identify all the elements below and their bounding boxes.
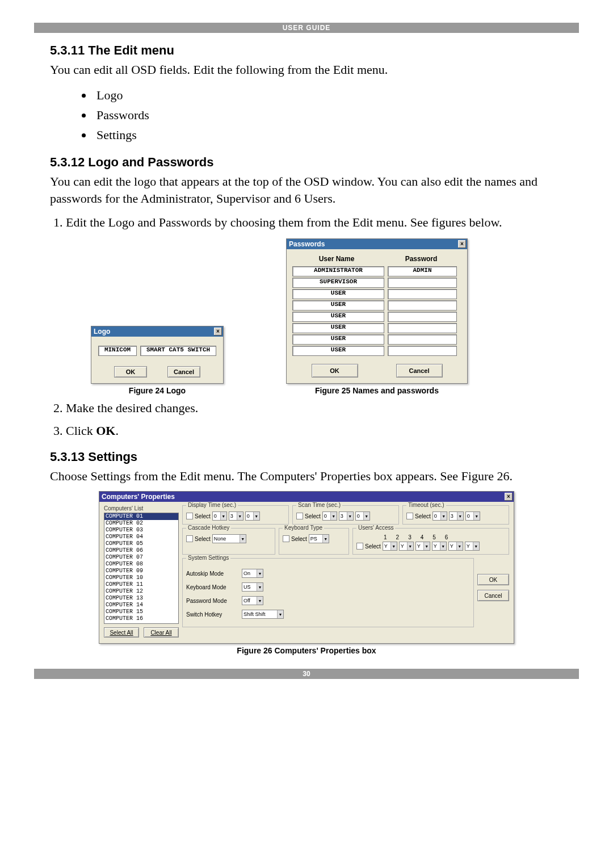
timeout-sel2[interactable]: 3▼ (449, 511, 464, 521)
ua-sel-1[interactable]: Y▼ (383, 542, 397, 551)
ua-sel-4[interactable]: Y▼ (432, 542, 447, 551)
timeout-checkbox[interactable] (406, 513, 413, 519)
autoskip-label: Autoskip Mode (186, 571, 237, 577)
list-item[interactable]: COMPUTER 13 (104, 595, 178, 602)
list-item[interactable]: COMPUTER 12 (104, 588, 178, 595)
list-item[interactable]: COMPUTER 14 (104, 602, 178, 609)
password-field[interactable] (388, 278, 457, 288)
chevron-down-icon: ▼ (407, 542, 413, 550)
ua-sel-3[interactable]: Y▼ (415, 542, 430, 551)
header-title: USER GUIDE (283, 24, 331, 32)
display-time-sel1[interactable]: 0▼ (212, 511, 227, 521)
list-item[interactable]: COMPUTER 07 (104, 554, 178, 561)
display-time-legend: Display Time (sec.) (186, 502, 238, 508)
switch-hotkey-select[interactable]: Shift Shift▼ (242, 610, 284, 619)
password-field[interactable] (388, 312, 457, 322)
col-password: Password (381, 255, 461, 263)
chevron-down-icon: ▼ (257, 569, 263, 577)
scan-time-checkbox[interactable] (296, 513, 303, 519)
users-access-checkbox[interactable] (356, 543, 363, 550)
list-item[interactable]: COMPUTER 16 (104, 615, 178, 622)
display-time-sel2[interactable]: 3▼ (229, 511, 243, 521)
computers-properties-dialog: Computers' Properties × Computers' List … (99, 491, 514, 644)
keyboard-mode-select[interactable]: US▼ (242, 582, 263, 592)
scan-time-sel2[interactable]: 3▼ (339, 511, 354, 521)
computers-list[interactable]: COMPUTER 01 COMPUTER 02 COMPUTER 03 COMP… (104, 513, 179, 624)
close-icon[interactable]: × (214, 328, 222, 336)
bullet-logo: Logo (93, 85, 563, 105)
ua-sel-6[interactable]: Y▼ (465, 542, 480, 551)
passwords-dialog: Passwords × User Name Password ADMINISTR… (286, 238, 468, 384)
password-field[interactable] (388, 300, 457, 311)
list-item[interactable]: COMPUTER 10 (104, 575, 178, 581)
password-field[interactable]: ADMIN (388, 266, 457, 276)
user-name-field[interactable]: SUPERVISOR (292, 278, 384, 288)
timeout-sel1[interactable]: 0▼ (433, 511, 447, 521)
scan-time-sel3[interactable]: 0▼ (355, 511, 370, 521)
computers-list-label: Computers' List (104, 505, 179, 511)
user-name-field[interactable]: USER (292, 312, 384, 322)
scan-time-sel1[interactable]: 0▼ (322, 511, 337, 521)
password-field[interactable] (388, 323, 457, 333)
list-item[interactable]: COMPUTER 02 (104, 520, 178, 527)
ua-num: 3 (408, 534, 412, 540)
ua-num: 2 (396, 534, 400, 540)
password-field[interactable] (388, 289, 457, 299)
keyboard-type-checkbox[interactable] (283, 535, 289, 542)
chevron-down-icon: ▼ (473, 512, 480, 520)
clear-all-button[interactable]: Clear All (144, 627, 179, 638)
passwords-ok-button[interactable]: OK (312, 364, 358, 378)
list-item[interactable]: COMPUTER 06 (104, 547, 178, 554)
select-all-button[interactable]: Select All (104, 627, 139, 638)
figure-26-caption: Figure 26 Computers' Properties box (237, 646, 376, 655)
close-icon[interactable]: × (458, 240, 466, 248)
list-item[interactable]: COMPUTER 08 (104, 561, 178, 568)
list-item[interactable]: COMPUTER 09 (104, 568, 178, 575)
figure-24-caption: Figure 24 Logo (91, 386, 224, 395)
display-time-sel3[interactable]: 0▼ (245, 511, 260, 521)
keyboard-type-select[interactable]: PS▼ (309, 534, 329, 543)
user-name-field[interactable]: USER (292, 334, 384, 345)
list-item[interactable]: COMPUTER 05 (104, 540, 178, 547)
user-name-field[interactable]: USER (292, 323, 384, 333)
settings-ok-button[interactable]: OK (477, 574, 509, 585)
close-icon[interactable]: × (505, 493, 513, 501)
logo-cancel-button[interactable]: Cancel (167, 366, 200, 378)
settings-cancel-button[interactable]: Cancel (477, 590, 509, 601)
keyboard-type-legend: Keyboard Type (283, 525, 324, 531)
list-item[interactable]: COMPUTER 04 (104, 534, 178, 540)
cascade-select[interactable]: None▼ (212, 534, 246, 543)
step-2: Make the desired changes. (66, 400, 563, 417)
ua-sel-5[interactable]: Y▼ (448, 542, 463, 551)
cascade-checkbox[interactable] (186, 535, 193, 542)
section3-intro: Choose Settings from the Edit menu. The … (50, 468, 563, 485)
password-field[interactable] (388, 334, 457, 345)
list-item[interactable]: COMPUTER 03 (104, 527, 178, 534)
logo-field-1[interactable]: MINICOM (98, 346, 137, 356)
heading-5-3-11: 5.3.11 The Edit menu (50, 43, 563, 58)
col-username: User Name (292, 255, 381, 263)
user-name-field[interactable]: ADMINISTRATOR (292, 266, 384, 276)
chevron-down-icon: ▼ (456, 542, 463, 550)
logo-ok-button[interactable]: OK (114, 366, 147, 378)
password-field[interactable] (388, 346, 457, 356)
logo-dialog-title: Logo (94, 328, 110, 336)
user-name-field[interactable]: USER (292, 346, 384, 356)
step-1: Edit the Logo and Passwords by choosing … (66, 214, 563, 231)
ua-sel-2[interactable]: Y▼ (399, 542, 414, 551)
user-name-field[interactable]: USER (292, 289, 384, 299)
chevron-down-icon: ▼ (240, 535, 246, 543)
footer-bar: 30 (34, 669, 579, 679)
display-time-checkbox[interactable] (186, 513, 193, 519)
password-mode-select[interactable]: Off▼ (242, 596, 263, 605)
list-item[interactable]: COMPUTER 01 (104, 513, 178, 520)
user-name-field[interactable]: USER (292, 300, 384, 311)
list-item[interactable]: COMPUTER 15 (104, 609, 178, 615)
figure-25-caption: Figure 25 Names and passwords (286, 386, 468, 395)
autoskip-select[interactable]: On▼ (242, 569, 263, 578)
timeout-sel3[interactable]: 0▼ (465, 511, 480, 521)
chevron-down-icon: ▼ (457, 512, 463, 520)
list-item[interactable]: COMPUTER 11 (104, 581, 178, 588)
logo-field-2[interactable]: SMART CAT5 SWITCH (140, 346, 216, 356)
passwords-cancel-button[interactable]: Cancel (396, 364, 443, 378)
